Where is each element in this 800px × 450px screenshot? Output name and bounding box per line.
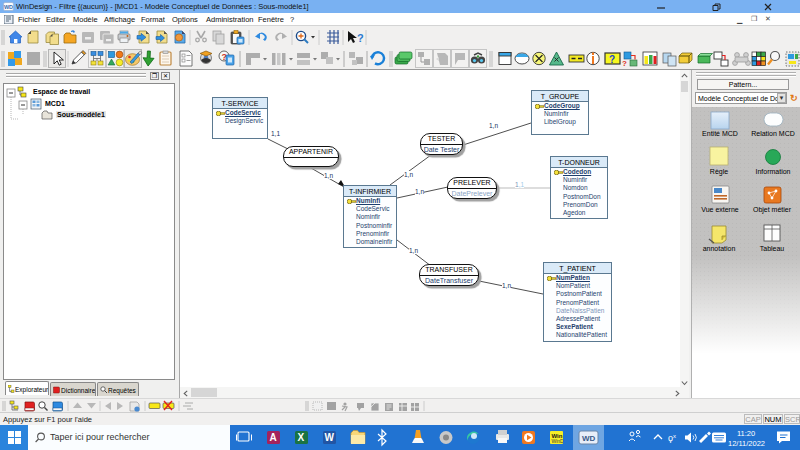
svg-text:Règle: Règle [710,168,728,176]
svg-text:11:20: 11:20 [737,429,755,438]
svg-text:W: W [325,432,335,443]
svg-text:Relation MCD: Relation MCD [751,130,795,137]
svg-text:annotation: annotation [703,245,736,252]
svg-text:WinD: WinD [552,438,565,444]
svg-text:X: X [298,432,305,443]
svg-text:?: ? [622,59,627,68]
svg-text:?: ? [609,54,615,65]
svg-text:x: x [673,433,676,439]
svg-text:Information: Information [755,168,790,175]
svg-text:WD: WD [4,4,13,10]
svg-text:Entité MCD: Entité MCD [702,130,738,137]
svg-text:?: ? [357,32,364,44]
svg-text:Vue externe: Vue externe [701,206,739,213]
svg-text:Tableau: Tableau [760,245,785,252]
svg-text:12/11/2022: 12/11/2022 [728,439,765,448]
svg-text:Objet métier: Objet métier [753,206,792,214]
svg-text:A: A [270,432,277,443]
svg-text:WD: WD [582,434,596,443]
